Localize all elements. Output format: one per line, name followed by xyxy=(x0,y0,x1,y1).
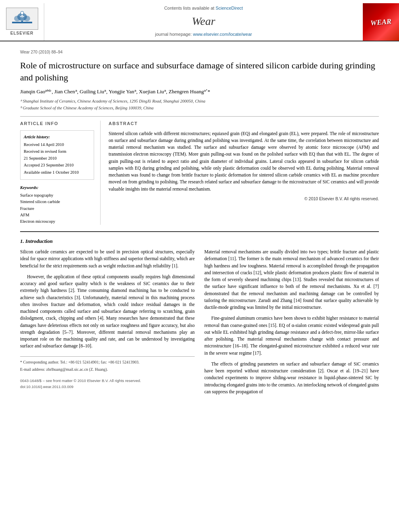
article-info-column: ARTICLE INFO Article history: Received 1… xyxy=(20,121,101,225)
history-title: Article history: xyxy=(24,134,90,140)
keyword-3: Fracture xyxy=(20,205,94,212)
affiliation-a: ᵃ Shanghai Institute of Ceramics, Chines… xyxy=(20,98,379,104)
keyword-5: Electron microscopy xyxy=(20,218,94,224)
keywords-title: Keywords: xyxy=(20,185,94,191)
journal-header: ELSEVIER Contents lists available at Sci… xyxy=(0,0,399,41)
elsevier-wordmark: ELSEVIER xyxy=(10,31,33,37)
footer-issn: 0043-1648/$ – see front matter © 2010 El… xyxy=(20,378,195,384)
abstract-column: ABSTRACT Sintered silicon carbide with d… xyxy=(109,121,379,225)
abstract-title: ABSTRACT xyxy=(109,121,379,127)
article-history-box: Article history: Received 14 April 2010 … xyxy=(20,130,94,180)
received-revised-label: Received in revised form xyxy=(24,148,90,154)
body-col-left: Silicon carbide ceramics are expected to… xyxy=(20,249,195,399)
body-para-4: Fine-grained aluminum ceramics have been… xyxy=(204,315,379,357)
journal-center-header: Contents lists available at ScienceDirec… xyxy=(44,3,363,41)
elsevier-logo: ELSEVIER xyxy=(0,3,44,41)
received-date: Received 14 April 2010 xyxy=(24,142,90,148)
body-divider xyxy=(20,231,379,232)
accepted-date: Accepted 23 September 2010 xyxy=(24,162,90,168)
sciencedirect-anchor[interactable]: ScienceDirect xyxy=(216,6,243,10)
keyword-2: Sintered silicon carbide xyxy=(20,199,94,205)
abstract-text: Sintered silicon carbide with different … xyxy=(109,130,379,193)
svg-point-5 xyxy=(21,11,24,14)
authors-line: Jianqin Gaoᵃʰᵇ, Jian Chenᵃ, Guiling Liuᵃ… xyxy=(20,88,379,96)
svg-point-2 xyxy=(14,16,21,21)
available-date: Available online 1 October 2010 xyxy=(24,169,90,175)
section1-heading: 1. Introduction xyxy=(20,238,379,245)
journal-title: Wear xyxy=(192,13,215,30)
journal-url[interactable]: www.elsevier.com/locate/wear xyxy=(193,32,252,37)
footnote-area: * Corresponding author. Tel.: +86 021 52… xyxy=(20,356,195,372)
copyright-line: © 2010 Elsevier B.V. All rights reserved… xyxy=(109,196,379,202)
body-two-col: Silicon carbide ceramics are expected to… xyxy=(20,249,379,399)
body-para-2: However, the application of these optica… xyxy=(20,273,195,350)
affiliations: ᵃ Shanghai Institute of Ceramics, Chines… xyxy=(20,98,379,111)
svg-rect-4 xyxy=(21,21,23,23)
body-col-right: Material removal mechanisms are usually … xyxy=(204,249,379,399)
journal-homepage: journal homepage: www.elsevier.com/locat… xyxy=(155,31,252,38)
svg-point-3 xyxy=(24,16,30,21)
keyword-4: AFM xyxy=(20,212,94,218)
body-para-3: Material removal mechanisms are usually … xyxy=(204,249,379,311)
sciencedirect-link: Contents lists available at ScienceDirec… xyxy=(164,5,243,12)
journal-volume: Wear 270 (2010) 88–94 xyxy=(20,49,379,55)
elsevier-logo-box xyxy=(6,8,38,30)
keyword-1: Surface topography xyxy=(20,192,94,198)
journal-cover-text: WEAR xyxy=(370,16,392,28)
article-title: Role of microstructure on surface and su… xyxy=(20,60,379,83)
footnote-corresponding: * Corresponding author. Tel.: +86 021 52… xyxy=(20,359,195,365)
body-para-5: The effects of grinding parameters on su… xyxy=(204,361,379,395)
journal-cover-image: WEAR xyxy=(363,3,399,41)
keywords-section: Keywords: Surface topography Sintered si… xyxy=(20,185,94,224)
article-info-title: ARTICLE INFO xyxy=(20,121,94,127)
article-info-abstract: ARTICLE INFO Article history: Received 1… xyxy=(20,121,379,225)
journal-footer: 0043-1648/$ – see front matter © 2010 El… xyxy=(20,378,195,390)
article-content: Wear 270 (2010) 88–94 Role of microstruc… xyxy=(0,41,399,407)
footnote-email: E-mail address: zhrlhuang@mail.sic.ac.cn… xyxy=(20,366,195,372)
affiliation-b: ᵇ Graduate School of the Chinese Academy… xyxy=(20,105,379,111)
revised-date: 21 September 2010 xyxy=(24,155,90,161)
body-para-1: Silicon carbide ceramics are expected to… xyxy=(20,249,195,269)
section-divider xyxy=(20,116,379,117)
footer-doi: doi:10.1016/j.wear.2011.03.009 xyxy=(20,384,195,390)
